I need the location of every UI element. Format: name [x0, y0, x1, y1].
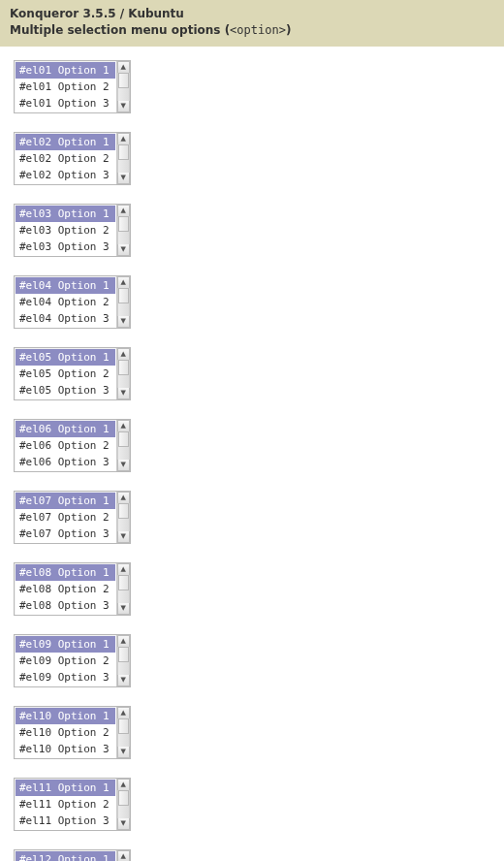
scroll-down-button[interactable]: ▼: [117, 388, 130, 399]
scroll-thumb[interactable]: [118, 790, 129, 806]
option[interactable]: #el07 Option 1: [16, 493, 115, 509]
option[interactable]: #el01 Option 3: [16, 95, 115, 112]
scroll-up-button[interactable]: ▲: [117, 205, 130, 216]
scroll-down-button[interactable]: ▼: [117, 101, 130, 112]
scrollbar[interactable]: ▲▼: [116, 276, 130, 328]
multiselect-el09[interactable]: #el09 Option 1#el09 Option 2#el09 Option…: [14, 634, 131, 687]
option[interactable]: #el08 Option 2: [16, 581, 115, 597]
scroll-track[interactable]: [117, 216, 130, 244]
option[interactable]: #el07 Option 2: [16, 509, 115, 526]
option[interactable]: #el10 Option 2: [16, 724, 115, 741]
scrollbar[interactable]: ▲▼: [116, 850, 130, 861]
scroll-thumb[interactable]: [118, 647, 129, 662]
scroll-up-button[interactable]: ▲: [117, 850, 130, 861]
scroll-down-button[interactable]: ▼: [117, 460, 130, 471]
scrollbar[interactable]: ▲▼: [116, 61, 130, 112]
scroll-thumb[interactable]: [118, 718, 129, 734]
scroll-track[interactable]: [117, 431, 130, 460]
option[interactable]: #el06 Option 3: [16, 454, 115, 470]
option[interactable]: #el10 Option 3: [16, 741, 115, 757]
scrollbar[interactable]: ▲▼: [116, 563, 130, 615]
scrollbar[interactable]: ▲▼: [116, 779, 130, 830]
option[interactable]: #el11 Option 3: [16, 813, 115, 829]
multiselect-el05[interactable]: #el05 Option 1#el05 Option 2#el05 Option…: [14, 347, 131, 400]
option[interactable]: #el01 Option 1: [16, 62, 115, 79]
scroll-thumb[interactable]: [118, 503, 129, 519]
option[interactable]: #el02 Option 2: [16, 150, 115, 167]
option[interactable]: #el11 Option 1: [16, 780, 115, 796]
option[interactable]: #el05 Option 3: [16, 382, 115, 399]
option[interactable]: #el05 Option 1: [16, 349, 115, 366]
scroll-up-button[interactable]: ▲: [117, 563, 130, 575]
option[interactable]: #el12 Option 1: [16, 851, 115, 861]
multiselect-el01[interactable]: #el01 Option 1#el01 Option 2#el01 Option…: [14, 60, 131, 113]
option[interactable]: #el09 Option 3: [16, 669, 115, 686]
scroll-down-button[interactable]: ▼: [117, 747, 130, 758]
scroll-thumb[interactable]: [118, 431, 129, 447]
scroll-thumb[interactable]: [118, 144, 129, 160]
scrollbar[interactable]: ▲▼: [116, 707, 130, 758]
scrollbar[interactable]: ▲▼: [116, 348, 130, 399]
scroll-up-button[interactable]: ▲: [117, 133, 130, 144]
scroll-down-button[interactable]: ▼: [117, 531, 130, 543]
scroll-track[interactable]: [117, 790, 130, 818]
scroll-up-button[interactable]: ▲: [117, 635, 130, 647]
option[interactable]: #el03 Option 2: [16, 222, 115, 239]
multiselect-el06[interactable]: #el06 Option 1#el06 Option 2#el06 Option…: [14, 419, 131, 472]
option[interactable]: #el07 Option 3: [16, 526, 115, 542]
scrollbar[interactable]: ▲▼: [116, 133, 130, 184]
scroll-down-button[interactable]: ▼: [117, 173, 130, 184]
multiselect-el04[interactable]: #el04 Option 1#el04 Option 2#el04 Option…: [14, 275, 131, 329]
option[interactable]: #el10 Option 1: [16, 708, 115, 724]
option[interactable]: #el03 Option 1: [16, 206, 115, 222]
multiselect-el11[interactable]: #el11 Option 1#el11 Option 2#el11 Option…: [14, 778, 131, 831]
scroll-up-button[interactable]: ▲: [117, 420, 130, 431]
scrollbar[interactable]: ▲▼: [116, 205, 130, 256]
scroll-track[interactable]: [117, 73, 130, 101]
option[interactable]: #el08 Option 1: [16, 564, 115, 581]
scroll-track[interactable]: [117, 718, 130, 747]
option[interactable]: #el02 Option 1: [16, 134, 115, 150]
multiselect-el03[interactable]: #el03 Option 1#el03 Option 2#el03 Option…: [14, 204, 131, 257]
scroll-thumb[interactable]: [118, 575, 129, 590]
option[interactable]: #el08 Option 3: [16, 597, 115, 614]
multiselect-el10[interactable]: #el10 Option 1#el10 Option 2#el10 Option…: [14, 706, 131, 759]
option[interactable]: #el06 Option 2: [16, 437, 115, 454]
scroll-down-button[interactable]: ▼: [117, 316, 130, 328]
scroll-up-button[interactable]: ▲: [117, 348, 130, 360]
scroll-up-button[interactable]: ▲: [117, 779, 130, 790]
scroll-thumb[interactable]: [118, 73, 129, 88]
scroll-track[interactable]: [117, 575, 130, 603]
scroll-up-button[interactable]: ▲: [117, 276, 130, 288]
multiselect-el07[interactable]: #el07 Option 1#el07 Option 2#el07 Option…: [14, 491, 131, 544]
option[interactable]: #el06 Option 1: [16, 421, 115, 437]
multiselect-el02[interactable]: #el02 Option 1#el02 Option 2#el02 Option…: [14, 132, 131, 185]
option[interactable]: #el09 Option 1: [16, 636, 115, 653]
scrollbar[interactable]: ▲▼: [116, 492, 130, 543]
scrollbar[interactable]: ▲▼: [116, 420, 130, 471]
multiselect-el08[interactable]: #el08 Option 1#el08 Option 2#el08 Option…: [14, 562, 131, 616]
scroll-up-button[interactable]: ▲: [117, 61, 130, 73]
option[interactable]: #el04 Option 1: [16, 277, 115, 294]
option[interactable]: #el05 Option 2: [16, 366, 115, 382]
option[interactable]: #el04 Option 2: [16, 294, 115, 310]
option[interactable]: #el02 Option 3: [16, 167, 115, 183]
option[interactable]: #el03 Option 3: [16, 239, 115, 255]
scroll-track[interactable]: [117, 288, 130, 316]
scroll-down-button[interactable]: ▼: [117, 244, 130, 256]
scroll-track[interactable]: [117, 647, 130, 675]
scroll-down-button[interactable]: ▼: [117, 818, 130, 830]
scroll-track[interactable]: [117, 503, 130, 531]
scroll-thumb[interactable]: [118, 216, 129, 232]
scroll-down-button[interactable]: ▼: [117, 675, 130, 686]
option[interactable]: #el01 Option 2: [16, 79, 115, 95]
option[interactable]: #el11 Option 2: [16, 796, 115, 813]
multiselect-el12[interactable]: #el12 Option 1#el12 Option 2#el12 Option…: [14, 849, 131, 861]
scroll-thumb[interactable]: [118, 288, 129, 303]
scroll-up-button[interactable]: ▲: [117, 492, 130, 503]
option[interactable]: #el04 Option 3: [16, 310, 115, 327]
scroll-up-button[interactable]: ▲: [117, 707, 130, 718]
scroll-track[interactable]: [117, 144, 130, 173]
scroll-down-button[interactable]: ▼: [117, 603, 130, 615]
scrollbar[interactable]: ▲▼: [116, 635, 130, 686]
